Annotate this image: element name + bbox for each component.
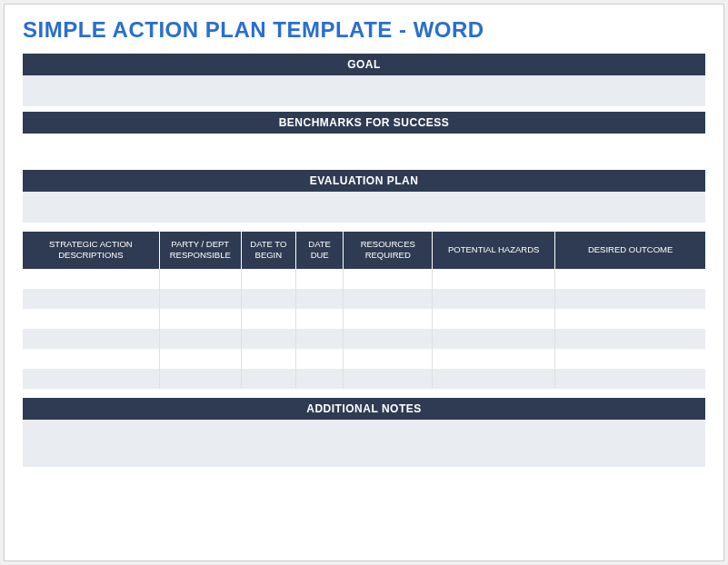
page-title: SIMPLE ACTION PLAN TEMPLATE - WORD: [23, 17, 705, 43]
cell-date-due[interactable]: [295, 309, 344, 329]
cell-strategic-action[interactable]: [23, 289, 159, 309]
col-outcome: DESIRED OUTCOME: [555, 232, 705, 269]
cell-outcome[interactable]: [555, 329, 705, 349]
cell-hazards[interactable]: [433, 349, 555, 369]
notes-header: ADDITIONAL NOTES: [23, 398, 705, 420]
cell-date-begin[interactable]: [241, 349, 295, 369]
goal-field[interactable]: [23, 75, 705, 106]
table-row: [23, 289, 705, 309]
col-resources: RESOURCES REQUIRED: [344, 232, 433, 269]
col-date-due: DATE DUE: [295, 232, 344, 269]
cell-date-due[interactable]: [295, 369, 344, 389]
col-date-begin: DATE TO BEGIN: [241, 232, 295, 269]
cell-resources[interactable]: [344, 289, 433, 309]
cell-outcome[interactable]: [555, 349, 705, 369]
goal-header: GOAL: [23, 54, 705, 75]
cell-hazards[interactable]: [433, 309, 555, 329]
benchmarks-header: BENCHMARKS FOR SUCCESS: [23, 112, 705, 134]
col-strategic-action: STRATEGIC ACTION DESCRIPTIONS: [23, 232, 159, 269]
cell-strategic-action[interactable]: [23, 329, 159, 349]
cell-outcome[interactable]: [555, 309, 705, 329]
cell-party-responsible[interactable]: [159, 309, 241, 329]
cell-date-due[interactable]: [295, 329, 344, 349]
col-hazards: POTENTIAL HAZARDS: [433, 232, 555, 269]
cell-date-due[interactable]: [295, 269, 344, 289]
cell-date-begin[interactable]: [241, 369, 295, 389]
cell-outcome[interactable]: [555, 369, 705, 389]
action-table: STRATEGIC ACTION DESCRIPTIONS PARTY / DE…: [23, 232, 705, 389]
cell-resources[interactable]: [344, 349, 433, 369]
cell-resources[interactable]: [344, 329, 433, 349]
cell-hazards[interactable]: [433, 329, 555, 349]
cell-party-responsible[interactable]: [159, 349, 241, 369]
cell-strategic-action[interactable]: [23, 369, 159, 389]
cell-strategic-action[interactable]: [23, 309, 159, 329]
evaluation-field[interactable]: [23, 192, 705, 223]
cell-party-responsible[interactable]: [159, 269, 241, 289]
cell-date-due[interactable]: [295, 349, 344, 369]
cell-outcome[interactable]: [555, 289, 705, 309]
cell-outcome[interactable]: [555, 269, 705, 289]
table-body: [23, 269, 705, 389]
table-row: [23, 349, 705, 369]
cell-date-due[interactable]: [295, 289, 344, 309]
cell-party-responsible[interactable]: [159, 369, 241, 389]
col-party-responsible: PARTY / DEPT RESPONSIBLE: [159, 232, 241, 269]
document-page: SIMPLE ACTION PLAN TEMPLATE - WORD GOAL …: [4, 4, 724, 561]
cell-resources[interactable]: [344, 369, 433, 389]
cell-date-begin[interactable]: [241, 289, 295, 309]
table-row: [23, 309, 705, 329]
cell-resources[interactable]: [344, 269, 433, 289]
cell-party-responsible[interactable]: [159, 289, 241, 309]
cell-resources[interactable]: [344, 309, 433, 329]
cell-hazards[interactable]: [433, 289, 555, 309]
cell-hazards[interactable]: [433, 269, 555, 289]
table-row: [23, 329, 705, 349]
table-row: [23, 269, 705, 289]
evaluation-header: EVALUATION PLAN: [23, 170, 705, 192]
benchmarks-field[interactable]: [23, 134, 705, 164]
cell-hazards[interactable]: [433, 369, 555, 389]
table-row: [23, 369, 705, 389]
cell-party-responsible[interactable]: [159, 329, 241, 349]
table-header-row: STRATEGIC ACTION DESCRIPTIONS PARTY / DE…: [23, 232, 705, 269]
cell-date-begin[interactable]: [241, 329, 295, 349]
cell-strategic-action[interactable]: [23, 269, 159, 289]
cell-date-begin[interactable]: [241, 309, 295, 329]
cell-strategic-action[interactable]: [23, 349, 159, 369]
notes-field[interactable]: [23, 420, 705, 467]
cell-date-begin[interactable]: [241, 269, 295, 289]
